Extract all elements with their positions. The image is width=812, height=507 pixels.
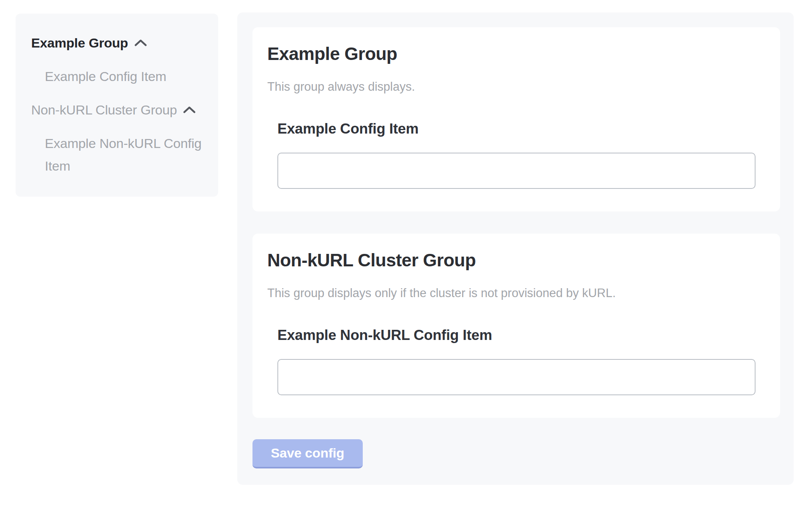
nav-item-example-config-item[interactable]: Example Config Item (31, 65, 207, 88)
config-item-label: Example Non-kURL Config Item (277, 326, 756, 345)
nav-group-non-kurl-cluster-group[interactable]: Non-kURL Cluster Group (31, 99, 207, 121)
config-group-card-example-group: Example Group This group always displays… (252, 27, 780, 211)
config-group-card-non-kurl-cluster-group: Non-kURL Cluster Group This group displa… (252, 234, 780, 418)
nav-item-label: Example Config Item (45, 69, 166, 84)
config-nav-sidebar: Example Group Example Config Item Non-kU… (16, 14, 218, 197)
nav-group-example-group[interactable]: Example Group (31, 32, 207, 54)
config-item-label: Example Config Item (277, 119, 756, 139)
nav-group-label: Non-kURL Cluster Group (31, 102, 177, 117)
chevron-up-icon[interactable] (183, 106, 196, 114)
chevron-up-icon[interactable] (134, 39, 147, 47)
group-description: This group always displays. (267, 79, 765, 95)
example-config-item-input[interactable] (277, 153, 756, 189)
group-description: This group displays only if the cluster … (267, 285, 765, 301)
example-non-kurl-config-item-input[interactable] (277, 359, 756, 395)
nav-item-label: Example Non-kURL Config Item (45, 136, 201, 173)
config-panel: Example Group This group always displays… (237, 12, 794, 485)
nav-group-label: Example Group (31, 35, 128, 50)
config-item: Example Config Item (277, 119, 756, 189)
save-config-button[interactable]: Save config (252, 439, 363, 468)
nav-item-example-non-kurl-config-item[interactable]: Example Non-kURL Config Item (31, 132, 207, 177)
group-title: Example Group (267, 43, 765, 65)
group-title: Non-kURL Cluster Group (267, 249, 765, 271)
config-item: Example Non-kURL Config Item (277, 326, 756, 395)
